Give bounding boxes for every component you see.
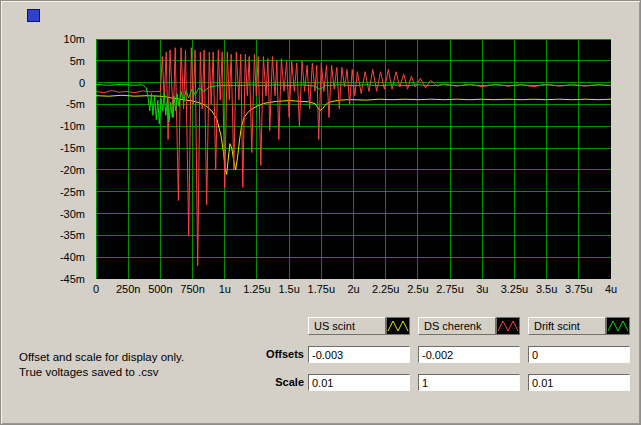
x-tick-label: 2.75u (436, 283, 464, 295)
x-tick-label: 2.5u (407, 283, 428, 295)
x-tick-label: 3.5u (536, 283, 557, 295)
y-tick-label: -20m (60, 164, 85, 176)
front-panel: 10m5m0-5m-10m-15m-20m-25m-30m-35m-40m-45… (0, 0, 641, 425)
y-tick-label: -25m (60, 186, 85, 198)
x-tick-label: 0 (93, 283, 99, 295)
y-axis-labels: 10m5m0-5m-10m-15m-20m-25m-30m-35m-40m-45… (31, 39, 91, 279)
y-tick-label: 0 (79, 77, 85, 89)
x-tick-label: 2.25u (372, 283, 400, 295)
x-tick-label: 4u (605, 283, 617, 295)
x-tick-label: 250n (116, 283, 140, 295)
waveform-plot-icon (386, 317, 410, 335)
x-tick-label: 1.75u (308, 283, 336, 295)
display-note: Offset and scale for display only. True … (19, 350, 184, 380)
offset-input-drift-scint[interactable] (528, 346, 630, 363)
x-tick-label: 2u (347, 283, 359, 295)
legend-label: DS cherenk (418, 317, 496, 335)
y-tick-label: 10m (64, 33, 85, 45)
x-tick-label: 1u (219, 283, 231, 295)
legend-label: US scint (308, 317, 386, 335)
x-tick-label: 1.5u (278, 283, 299, 295)
x-tick-label: 1.25u (243, 283, 271, 295)
scale-input-us-scint[interactable] (308, 374, 410, 391)
x-tick-label: 3u (476, 283, 488, 295)
x-tick-label: 500n (148, 283, 172, 295)
y-tick-label: -10m (60, 120, 85, 132)
y-tick-label: -40m (60, 251, 85, 263)
scale-input-drift-scint[interactable] (528, 374, 630, 391)
y-tick-label: -45m (60, 273, 85, 285)
y-tick-label: 5m (70, 55, 85, 67)
waveform-plot-icon (496, 317, 520, 335)
legend-item-ds-cherenk[interactable]: DS cherenk (418, 317, 520, 335)
waveform-plot-icon (606, 317, 630, 335)
x-tick-label: 3.25u (501, 283, 529, 295)
y-tick-label: -35m (60, 229, 85, 241)
x-tick-label: 3.75u (565, 283, 593, 295)
y-tick-label: -5m (66, 98, 85, 110)
offset-input-ds-cherenk[interactable] (418, 346, 520, 363)
waveform-graph (96, 39, 611, 279)
legend-label: Drift scint (528, 317, 606, 335)
scale-input-ds-cherenk[interactable] (418, 374, 520, 391)
offsets-label: Offsets (232, 348, 304, 360)
y-tick-label: -15m (60, 142, 85, 154)
legend-item-drift-scint[interactable]: Drift scint (528, 317, 630, 335)
scale-label: Scale (232, 376, 304, 388)
legend-item-us-scint[interactable]: US scint (308, 317, 410, 335)
x-tick-label: 750n (180, 283, 204, 295)
waveform-svg (96, 39, 611, 279)
x-axis-labels: 0250n500n750n1u1.25u1.5u1.75u2u2.25u2.5u… (96, 283, 611, 297)
y-tick-label: -30m (60, 208, 85, 220)
offset-input-us-scint[interactable] (308, 346, 410, 363)
decoration-blue-square (27, 9, 40, 22)
display-note-line2: True voltages saved to .csv (19, 366, 159, 378)
display-note-line1: Offset and scale for display only. (19, 351, 184, 363)
